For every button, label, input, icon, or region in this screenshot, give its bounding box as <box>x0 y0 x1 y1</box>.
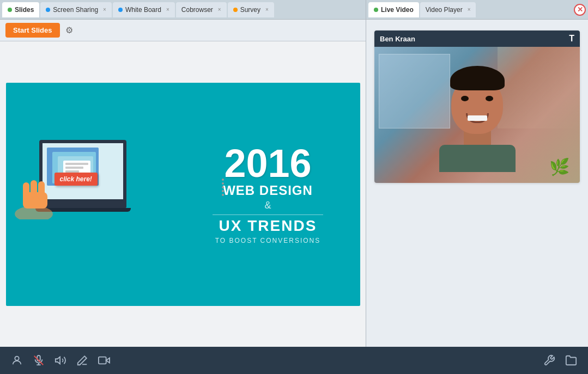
bottom-right-icons <box>543 354 577 366</box>
white-board-dot <box>118 8 123 12</box>
resize-handle[interactable] <box>222 179 224 196</box>
tab-cobrowser[interactable]: Cobrowser × <box>176 2 227 17</box>
slide-line2: UX TRENDS <box>219 217 317 235</box>
tab-video-player[interactable]: Video Player × <box>420 2 476 17</box>
slide-area: click here! 2016 WEB DESIGN & UX TRENDS … <box>0 41 366 347</box>
slide-content: click here! 2016 WEB DESIGN & UX TRENDS … <box>6 83 360 306</box>
video-card: Ben Kraan T <box>374 30 580 183</box>
panel-close-button[interactable]: ✕ <box>574 4 586 16</box>
slide-line3: TO BOOST CONVERSIONS <box>215 237 321 244</box>
folder-icon[interactable] <box>565 354 577 366</box>
left-panel: Slides Screen Sharing × White Board × Co… <box>0 0 366 347</box>
video-player-close[interactable]: × <box>468 7 471 13</box>
left-tab-bar: Slides Screen Sharing × White Board × Co… <box>0 0 366 20</box>
svg-rect-4 <box>23 182 29 199</box>
tab-screen-sharing[interactable]: Screen Sharing × <box>40 2 112 17</box>
live-video-dot <box>374 8 378 12</box>
camera-icon[interactable] <box>98 354 110 366</box>
bottom-bar <box>0 347 588 374</box>
slides-toolbar: Start Slides ⚙ <box>0 20 366 41</box>
t-icon: T <box>569 34 574 44</box>
slide-illustration: click here! <box>6 83 176 306</box>
profile-icon[interactable] <box>11 354 23 366</box>
settings-gear-icon[interactable]: ⚙ <box>65 25 73 35</box>
slide-ampersand: & <box>264 200 271 211</box>
sound-waves-icon[interactable] <box>54 354 66 366</box>
slide-divider <box>213 214 323 215</box>
pen-icon[interactable] <box>76 354 88 366</box>
tab-live-video-label: Live Video <box>381 6 414 14</box>
tools-icon[interactable] <box>543 354 555 366</box>
video-feed: 🌿 <box>374 47 580 183</box>
tab-white-board[interactable]: White Board × <box>113 2 175 17</box>
cobrowser-close[interactable]: × <box>218 7 221 13</box>
tab-survey[interactable]: Survey × <box>228 2 274 17</box>
bottom-left-icons <box>11 354 110 366</box>
tab-cobrowser-label: Cobrowser <box>181 6 213 14</box>
plant-decoration: 🌿 <box>549 157 569 176</box>
slides-dot <box>8 8 12 12</box>
slide-text-area: 2016 WEB DESIGN & UX TRENDS TO BOOST CON… <box>176 83 360 306</box>
white-board-close[interactable]: × <box>166 7 169 13</box>
tab-white-board-label: White Board <box>125 6 161 14</box>
person-name: Ben Kraan <box>380 35 415 43</box>
tab-survey-label: Survey <box>240 6 260 14</box>
start-slides-button[interactable]: Start Slides <box>5 23 60 38</box>
video-card-header: Ben Kraan T <box>374 30 580 47</box>
right-tab-bar: Live Video Video Player × ✕ <box>366 0 588 20</box>
microphone-icon[interactable] <box>33 354 45 366</box>
tab-slides[interactable]: Slides <box>2 2 39 17</box>
screen-sharing-dot <box>46 8 50 12</box>
right-panel: Live Video Video Player × ✕ Ben Kraan T <box>366 0 588 347</box>
tab-live-video[interactable]: Live Video <box>368 2 419 17</box>
tab-slides-label: Slides <box>15 6 34 14</box>
tab-video-player-label: Video Player <box>426 6 463 14</box>
laptop-illustration: click here! <box>28 140 154 249</box>
svg-rect-3 <box>31 180 37 198</box>
right-content-area: Ben Kraan T <box>366 20 588 347</box>
tab-screen-sharing-label: Screen Sharing <box>53 6 98 14</box>
click-here-label: click here! <box>54 173 98 186</box>
screen-sharing-close[interactable]: × <box>103 7 106 13</box>
survey-dot <box>233 8 238 12</box>
survey-close[interactable]: × <box>265 7 269 13</box>
svg-point-5 <box>15 357 19 360</box>
svg-rect-10 <box>99 357 106 364</box>
slide-year: 2016 <box>224 144 311 183</box>
svg-rect-2 <box>38 181 45 200</box>
slide-line1: WEB DESIGN <box>223 183 313 199</box>
hand-pointer <box>12 176 56 222</box>
